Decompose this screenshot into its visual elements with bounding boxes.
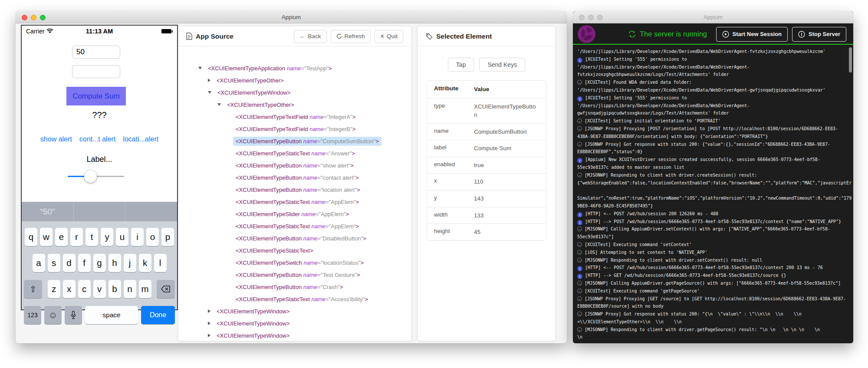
integer-a-field[interactable] [72,46,120,59]
log-text: [MJSONWP] Responding to client with driv… [585,258,762,263]
numbers-key[interactable]: 123 [24,306,41,324]
server-log[interactable]: '/Users/jlipps/Library/Developer/Xcode/D… [573,45,853,342]
tree-node[interactable]: <XCUIElementTypeButton name="Crash"> [178,281,411,293]
letter-key[interactable]: j [124,254,136,272]
letter-key[interactable]: n [124,280,136,298]
tree-node[interactable]: <XCUIElementTypeSlider name="AppElem"> [178,208,411,220]
integer-b-field[interactable] [72,65,120,78]
tree-node[interactable]: <XCUIElementTypeWindow> [178,305,411,317]
letter-key[interactable]: o [146,228,159,246]
suggestion-item[interactable]: “50” [22,202,73,221]
send-keys-button[interactable]: Send Keys [479,58,525,72]
tree-node[interactable]: <XCUIElementTypeButton name="DisabledBut… [178,232,411,244]
tree-node[interactable]: <XCUIElementTypeSwitch name="locationSta… [178,256,411,269]
letter-key[interactable]: i [131,228,144,246]
slider-label: Label... [22,155,177,164]
tree-node[interactable]: <XCUIElementTypeButton name="contact ale… [178,171,411,184]
slider[interactable] [68,170,124,183]
caret-right-icon[interactable] [208,79,210,82]
dictation-key[interactable] [65,306,82,324]
tree-node[interactable]: <XCUIElementTypeTextField name="IntegerB… [178,123,411,135]
tree-node[interactable]: <XCUIElementTypeWindow> [178,317,411,329]
suggestion-item[interactable] [73,202,125,221]
tree-node[interactable]: <XCUIElementTypeButton name="ComputeSumB… [178,135,411,147]
tree-node[interactable]: <XCUIElementTypeStaticText name="AppElem… [178,220,411,232]
log-text: Simulator","noReset":true,"platformName"… [577,196,852,200]
caret-down-icon[interactable] [198,67,202,69]
letter-key[interactable]: t [85,228,98,246]
space-key[interactable]: space [85,306,138,324]
letter-key[interactable]: k [139,254,151,272]
caret-right-icon[interactable] [208,322,210,325]
caret-down-icon[interactable] [217,103,221,106]
letter-key[interactable]: x [63,280,76,298]
letter-key[interactable]: w [40,228,53,246]
start-new-session-button[interactable]: Start New Session [716,27,788,42]
device-screenshot[interactable]: Carrier 11:13 AM Compute Sum ??? show al… [21,25,178,310]
debug-icon [577,296,582,301]
letter-key[interactable]: q [25,228,37,246]
inspector-titlebar[interactable]: Appium [16,11,567,23]
slider-thumb[interactable] [84,170,97,183]
letter-key[interactable]: p [161,228,174,246]
letter-key[interactable]: f [78,254,91,272]
letter-key[interactable]: r [70,228,83,246]
refresh-button[interactable]: Refresh [331,30,371,43]
letter-key[interactable]: z [48,280,60,298]
tree-node[interactable]: <XCUIElementTypeOther> [178,74,411,86]
letter-key[interactable]: s [48,254,60,272]
letter-key[interactable]: a [33,254,45,272]
letter-key[interactable]: b [108,280,121,298]
tree-node[interactable]: <XCUIElementTypeButton name="Test Gestur… [178,269,411,281]
letter-key[interactable]: c [78,280,91,298]
emoji-key[interactable]: ☺ [44,306,62,324]
quit-button[interactable]: × Quit [375,30,403,43]
alert-link[interactable]: cont...t alert [79,135,116,143]
tree-node[interactable]: <XCUIElementTypeStaticText> [178,244,411,256]
server-titlebar[interactable]: Appium [573,11,853,23]
letter-key[interactable]: e [55,228,68,246]
attribute-value: 45 [474,228,539,237]
tree-node[interactable]: <XCUIElementTypeStaticText name="Answer"… [178,147,411,159]
log-text: [MJSONWP] Responding to client with driv… [585,327,820,332]
log-text: [Appium] New XCUITestDriver session crea… [585,157,820,162]
done-key[interactable]: Done [141,306,175,324]
backspace-key[interactable] [157,280,175,298]
letter-key[interactable]: v [93,280,106,298]
tree-node[interactable]: <XCUIElementTypeStaticText name="AppElem… [178,196,411,208]
letter-key[interactable]: m [139,280,151,298]
caret-down-icon[interactable] [208,91,211,94]
letter-key[interactable]: g [93,254,106,272]
log-text: E8BB0CEBEB0F","status":0} [577,149,643,154]
letter-key[interactable]: h [108,254,121,272]
attribute-value: ComputeSumButton [474,128,539,136]
tree-node-xml: <XCUIElementTypeWindow> [214,331,292,340]
scrollbar-thumb[interactable] [849,47,852,72]
tree-node[interactable]: <XCUIElementTypeOther> [178,99,411,111]
letter-key[interactable]: y [101,228,113,246]
tap-button[interactable]: Tap [448,58,474,72]
tree-node[interactable]: <XCUIElementTypeWindow> [178,329,411,342]
log-line: [MJSONWP] Calling AppiumDriver.getPageSo… [577,279,849,287]
log-line: i[HTTP] <-- POST /wd/hub/session 200 126… [577,210,849,218]
alert-link[interactable]: show alert [40,135,72,143]
play-circle-icon [722,31,729,38]
letter-key[interactable]: l [154,254,167,272]
tree-node[interactable]: <XCUIElementTypeButton name="show alert"… [178,159,411,171]
tree-node[interactable]: <XCUIElementTypeButton name="location al… [178,184,411,196]
letter-key[interactable]: u [116,228,128,246]
tree-node[interactable]: <XCUIElementTypeStaticText name="Access'… [178,293,411,305]
shift-key[interactable]: ⇧ [24,280,42,298]
debug-icon [577,80,582,85]
caret-right-icon[interactable] [208,334,210,337]
compute-sum-button[interactable]: Compute Sum [66,87,126,105]
tree-node[interactable]: <XCUIElementTypeApplication name="TestAp… [178,62,411,74]
letter-key[interactable]: d [63,254,76,272]
tree-node[interactable]: <XCUIElementTypeTextField name="IntegerA… [178,111,411,123]
back-button[interactable]: ← Back [294,30,327,43]
tree-node[interactable]: <XCUIElementTypeWindow> [178,86,411,99]
stop-server-button[interactable]: Stop Server [792,27,846,42]
caret-right-icon[interactable] [208,309,210,313]
suggestion-item[interactable] [125,202,177,221]
alert-link[interactable]: locati...alert [123,135,158,143]
